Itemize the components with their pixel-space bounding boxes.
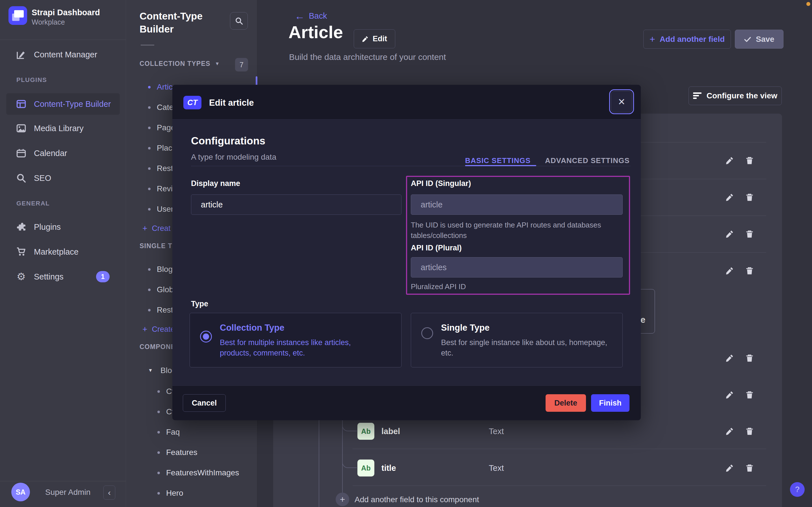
edit-field-button[interactable] [724,191,736,204]
edit-field-button[interactable] [724,462,736,474]
create-collection-type-link[interactable]: +Creat [142,223,171,234]
edit-field-button[interactable] [724,154,736,167]
radio-selected-icon[interactable] [200,331,212,342]
bullet-icon [148,167,150,170]
trash-icon [745,391,754,399]
component-item-features[interactable]: Features [158,447,197,458]
component-item[interactable]: Ct [158,386,174,397]
pencil-icon [726,354,734,362]
avatar[interactable]: SA [11,483,30,501]
delete-field-button[interactable] [743,352,756,364]
components-header[interactable]: COMPONE [139,343,176,351]
content-type-badge: CT [183,96,201,109]
api-id-plural-input[interactable] [411,257,623,278]
tree-elbow [342,421,357,431]
sidebar-item-calendar[interactable]: Calendar [6,143,120,164]
single-type-option[interactable]: Single Type Best for single instance lik… [411,313,623,368]
sidebar-footer-divider [0,481,126,481]
component-item-hero[interactable]: Hero [158,488,183,499]
edit-button[interactable]: Edit [354,30,395,48]
add-field-plus-icon[interactable]: + [336,493,349,506]
delete-field-button[interactable] [743,265,756,277]
collection-item[interactable]: Plac [148,143,172,154]
add-field-to-component-link[interactable]: Add another field to this component [355,495,479,504]
configure-view-button[interactable]: Configure the view [689,87,782,105]
single-types-header[interactable]: SINGLE TY [139,242,177,250]
configurations-subheading: A type for modeling data [191,153,276,162]
collection-item[interactable]: Revi [148,183,173,194]
close-icon[interactable]: × [611,91,632,112]
display-name-input[interactable] [191,194,401,215]
tab-basic-settings[interactable]: BASIC SETTINGS [465,149,530,165]
component-item-faq[interactable]: Faq [158,427,180,438]
sidebar-collapse-button[interactable]: ‹ [104,486,115,500]
radio-unselected-icon[interactable] [421,327,433,339]
single-type-item[interactable]: Glob [148,284,174,295]
chevron-down-icon: ▼ [215,61,220,67]
create-single-type-link[interactable]: +Create [142,324,175,335]
add-another-field-button[interactable]: + Add another field [643,30,731,49]
save-button[interactable]: Save [735,30,784,49]
bullet-icon [148,289,150,291]
sidebar-item-media-library[interactable]: Media Library [6,118,120,139]
sidebar-item-marketplace[interactable]: Marketplace [6,241,120,263]
single-type-item[interactable]: Blog [148,264,173,275]
strapi-app: { "colors": { "accent": "#4945ff", "acce… [0,0,812,507]
collection-type-option[interactable]: Collection Type Best for multiple instan… [190,313,401,368]
check-icon [744,36,751,43]
edit-field-button[interactable] [724,265,736,277]
type-label: Type [191,299,208,308]
sidebar-item-seo[interactable]: SEO [6,167,120,189]
bullet-icon [148,309,150,312]
delete-button[interactable]: Delete [546,394,586,412]
delete-field-button[interactable] [743,425,756,438]
cancel-button[interactable]: Cancel [183,394,226,412]
sidebar-item-plugins[interactable]: Plugins [6,216,120,238]
field-name: title [381,463,396,473]
collection-item[interactable]: Rest [148,163,173,174]
edit-field-button[interactable] [724,425,736,438]
delete-field-button[interactable] [743,389,756,401]
collection-item[interactable]: User [148,204,174,215]
help-button[interactable]: ? [790,482,805,497]
sidebar-item-settings[interactable]: ⚙ Settings 1 [6,266,120,287]
row-separator [353,486,766,486]
edit-field-button[interactable] [724,389,736,401]
delete-field-button[interactable] [743,462,756,474]
collection-item[interactable]: Cate [148,102,174,113]
search-button[interactable] [230,12,248,30]
edit-field-button[interactable] [724,352,736,364]
sidebar-item-label: Plugins [34,222,61,232]
delete-field-button[interactable] [743,191,756,204]
component-item[interactable]: Ct [158,406,174,417]
sidebar-item-content-manager[interactable]: Content Manager [6,44,120,65]
sidebar-item-label: Content-Type Builder [34,100,111,109]
panel-title-rule [141,45,154,46]
arrow-left-icon: ← [295,12,305,20]
tree-elbow [342,458,357,468]
pencil-icon [726,230,734,238]
bullet-icon [148,188,150,190]
field-name: label [381,427,400,436]
edit-field-button[interactable] [724,228,736,240]
trash-icon [745,427,754,436]
delete-field-button[interactable] [743,228,756,240]
field-type-badge: Ab [357,423,374,440]
finish-button[interactable]: Finish [591,394,629,412]
tab-advanced-settings[interactable]: ADVANCED SETTINGS [545,149,630,165]
media-library-icon [16,123,26,133]
back-link[interactable]: ← Back [295,11,327,21]
component-item-featureswithimages[interactable]: FeaturesWithImages [158,467,239,478]
sidebar-item-content-type-builder[interactable]: Content-Type Builder [6,93,120,115]
content-type-builder-icon [16,99,26,109]
api-id-singular-input[interactable] [411,194,623,215]
edit-article-modal: CT Edit article × Configurations A type … [172,85,641,420]
collection-types-header[interactable]: COLLECTION TYPES ▼ [139,60,220,67]
collection-item[interactable]: Page [148,122,175,133]
component-group-blocks[interactable]: ▼Bloc [148,365,176,376]
tabs-divider [191,166,631,166]
collection-item-article[interactable]: Artic [148,81,173,93]
single-type-item[interactable]: Rest [148,304,173,316]
api-id-singular-label: API ID (Singular) [411,179,471,188]
delete-field-button[interactable] [743,154,756,167]
